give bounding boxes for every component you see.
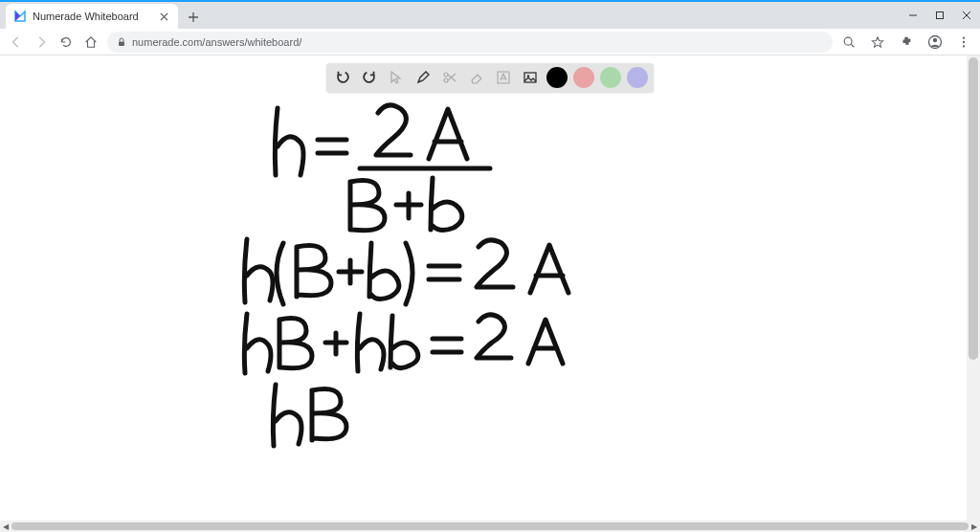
window-controls: [900, 2, 980, 29]
search-page-icon[interactable]: [840, 33, 858, 51]
nav-home-button[interactable]: [82, 33, 100, 51]
svg-point-6: [933, 37, 937, 41]
horizontal-scrollbar[interactable]: ◀ ▶: [0, 521, 980, 532]
tab-title: Numerade Whiteboard: [33, 11, 151, 22]
vertical-scroll-thumb[interactable]: [969, 57, 978, 360]
lock-icon: [117, 37, 126, 47]
browser-address-bar: numerade.com/answers/whiteboard/: [0, 29, 980, 55]
svg-point-7: [963, 36, 965, 38]
svg-point-9: [963, 45, 965, 47]
extensions-icon[interactable]: [898, 33, 915, 51]
browser-tab-active[interactable]: Numerade Whiteboard: [6, 4, 178, 29]
tab-close-icon[interactable]: [157, 10, 170, 23]
browser-tabbar: Numerade Whiteboard: [0, 2, 980, 29]
bookmark-star-icon[interactable]: [869, 33, 886, 51]
svg-point-4: [844, 37, 852, 45]
hscroll-right-arrow[interactable]: ▶: [969, 521, 980, 532]
window-maximize-button[interactable]: [926, 2, 953, 29]
window-close-button[interactable]: [953, 2, 980, 29]
numerade-favicon: [13, 10, 27, 23]
horizontal-scroll-thumb[interactable]: [11, 522, 969, 530]
svg-point-8: [963, 40, 965, 42]
omnibox[interactable]: numerade.com/answers/whiteboard/: [107, 32, 833, 53]
svg-rect-2: [937, 12, 944, 19]
omnibox-url: numerade.com/answers/whiteboard/: [132, 36, 301, 48]
nav-forward-button[interactable]: [33, 33, 50, 51]
kebab-menu-icon[interactable]: [955, 33, 972, 51]
window-minimize-button[interactable]: [900, 2, 926, 29]
vertical-scrollbar[interactable]: [967, 55, 980, 521]
svg-rect-3: [119, 41, 124, 46]
nav-reload-button[interactable]: [57, 33, 75, 51]
new-tab-button[interactable]: [182, 6, 205, 29]
nav-back-button[interactable]: [8, 33, 25, 51]
profile-avatar-icon[interactable]: [926, 33, 944, 51]
page-content: [0, 55, 980, 521]
whiteboard-canvas[interactable]: [0, 55, 980, 521]
hscroll-left-arrow[interactable]: ◀: [0, 521, 11, 532]
